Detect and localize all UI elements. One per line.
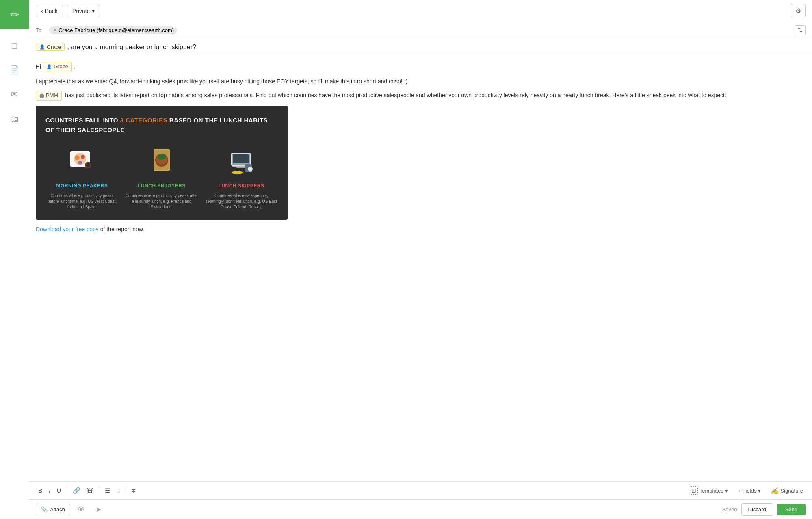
recipient-name: Grace Fabrique (fabrique.g@elementsearth…: [58, 27, 174, 33]
sidebar-item-archive[interactable]: 🗂: [0, 106, 29, 131]
send-button[interactable]: Send: [777, 504, 806, 515]
category-lunch-enjoyers: LUNCH ENJOYERS Countries where productiv…: [125, 145, 198, 210]
saved-status: Saved: [722, 506, 737, 512]
templates-button[interactable]: ⊡ Templates ▾: [687, 485, 730, 496]
signature-icon: ✍: [771, 487, 779, 495]
fields-button[interactable]: + Fields ▾: [735, 486, 763, 495]
svg-point-19: [232, 171, 243, 174]
attach-button[interactable]: 📎 Attach: [36, 504, 70, 515]
link-button[interactable]: 🔗: [70, 485, 83, 496]
settings-button[interactable]: ⚙: [791, 4, 806, 17]
gear-icon: ⚙: [795, 7, 801, 14]
signature-button[interactable]: ✍ Signature: [768, 485, 806, 496]
download-suffix: of the report now.: [99, 226, 144, 232]
greeting-merge-tag[interactable]: 👤 Grace: [43, 62, 71, 72]
lunch-skippers-title: LUNCH SKIPPERS: [218, 182, 264, 190]
image-icon: 🖼: [87, 487, 93, 494]
sidebar-item-document[interactable]: 📄: [0, 58, 29, 82]
pmm-suffix: has just published its latest report on …: [65, 92, 726, 98]
infographic-title-part1: COUNTRIES FALL INTO: [45, 117, 120, 124]
greeting-suffix: ,: [74, 62, 75, 71]
lunch-enjoyers-title: LUNCH ENJOYERS: [138, 182, 186, 190]
attach-icon: 📎: [41, 506, 48, 512]
categories-row: MORNING PEAKERS Countries where producti…: [45, 145, 278, 210]
sidebar: ✏ ◻ 📄 ✉ 🗂: [0, 0, 29, 519]
clear-format-button[interactable]: T̶: [130, 486, 138, 496]
infographic-title: COUNTRIES FALL INTO 3 CATEGORIES BASED O…: [45, 115, 278, 135]
svg-point-11: [158, 154, 166, 160]
subject-row: 👤 Grace , are you a morning peaker or lu…: [29, 39, 812, 55]
pmm-merge-tag[interactable]: ⬤ PMM: [36, 91, 62, 101]
topbar: ‹ Back Private ▾ ⚙: [29, 0, 812, 22]
sidebar-item-send[interactable]: ✉: [0, 82, 29, 106]
signature-label: Signature: [780, 488, 803, 494]
category-morning-peakers: MORNING PEAKERS Countries where producti…: [45, 145, 119, 210]
discard-button[interactable]: Discard: [741, 503, 773, 516]
subject-text: , are you a morning peaker or lunch skip…: [67, 43, 196, 51]
chip-close-icon[interactable]: ✕: [53, 28, 57, 33]
app-logo[interactable]: ✏: [0, 0, 29, 29]
preview-icon: 👁: [78, 505, 85, 513]
unordered-list-button[interactable]: ☰: [102, 485, 113, 496]
svg-point-2: [75, 155, 80, 160]
privacy-label: Private: [72, 8, 90, 14]
download-link[interactable]: Download your free copy: [36, 226, 99, 232]
italic-button[interactable]: I: [46, 486, 53, 495]
archive-icon: 🗂: [11, 114, 19, 124]
to-expand-button[interactable]: ⇅: [795, 25, 806, 35]
bottom-right: Saved Discard Send: [722, 503, 806, 516]
lunch-enjoyers-desc: Countries where productivity peaks after…: [125, 193, 198, 210]
lunch-skippers-desc: Countries where salespeople, seemingly, …: [205, 193, 278, 210]
greeting-line: Hi 👤 Grace ,: [36, 62, 806, 72]
greeting-person-icon: 👤: [46, 63, 52, 71]
send-later-button[interactable]: ➤: [92, 504, 105, 516]
lunch-skippers-icon: [225, 145, 258, 177]
to-label: To:: [36, 27, 46, 33]
topbar-left: ‹ Back Private ▾: [36, 5, 100, 17]
templates-icon: ⊡: [690, 486, 698, 495]
image-button[interactable]: 🖼: [84, 486, 95, 496]
morning-peakers-title: MORNING PEAKERS: [56, 182, 108, 190]
paragraph-1: I appreciate that as we enter Q4, forwar…: [36, 77, 806, 86]
ordered-list-icon: ≡: [117, 487, 120, 494]
compose-area: To: ✕ Grace Fabrique (fabrique.g@element…: [29, 22, 812, 519]
infographic-title-highlight: 3 CATEGORIES: [120, 117, 168, 124]
download-line: Download your free copy of the report no…: [36, 225, 806, 234]
send-icon: ✉: [11, 89, 18, 99]
svg-point-6: [86, 163, 90, 167]
preview-button[interactable]: 👁: [74, 504, 88, 515]
back-chevron-icon: ‹: [41, 8, 43, 14]
person-icon: 👤: [39, 44, 45, 50]
fields-chevron-icon: ▾: [758, 488, 761, 494]
expand-icon: ⇅: [797, 27, 803, 34]
privacy-button[interactable]: Private ▾: [67, 5, 100, 17]
logo-icon: ✏: [10, 9, 19, 21]
templates-chevron-icon: ▾: [725, 488, 728, 494]
greeting-merge-label: Grace: [54, 63, 68, 71]
subject-merge-label: Grace: [47, 44, 61, 50]
sidebar-item-compose[interactable]: ◻: [0, 33, 29, 58]
chevron-down-icon: ▾: [92, 8, 95, 14]
document-icon: 📄: [9, 65, 19, 75]
back-button[interactable]: ‹ Back: [36, 5, 63, 17]
link-icon: 🔗: [73, 487, 80, 494]
ordered-list-button[interactable]: ≡: [114, 486, 123, 496]
toolbar-right: ⊡ Templates ▾ + Fields ▾ ✍ Signature: [687, 485, 806, 496]
unordered-list-icon: ☰: [105, 487, 110, 494]
to-row: To: ✕ Grace Fabrique (fabrique.g@element…: [29, 22, 812, 39]
main-content: ‹ Back Private ▾ ⚙ To: ✕ Grace Fabrique …: [29, 0, 812, 519]
toolbar-separator-2: [99, 487, 99, 494]
pmm-icon: ⬤: [39, 92, 44, 100]
email-body[interactable]: Hi 👤 Grace , I appreciate that as we ent…: [29, 55, 812, 481]
attach-label: Attach: [50, 506, 65, 512]
send-later-icon: ➤: [95, 506, 102, 514]
subject-merge-tag[interactable]: 👤 Grace: [36, 43, 65, 51]
morning-peakers-icon: [66, 145, 98, 177]
clear-format-icon: T̶: [132, 488, 135, 494]
back-label: Back: [45, 8, 58, 14]
recipient-chip[interactable]: ✕ Grace Fabrique (fabrique.g@elementsear…: [49, 26, 177, 34]
fields-plus-icon: +: [738, 488, 741, 494]
paragraph-1-text: I appreciate that as we enter Q4, forwar…: [36, 78, 407, 85]
bold-button[interactable]: B: [36, 486, 45, 495]
underline-button[interactable]: U: [54, 486, 63, 495]
